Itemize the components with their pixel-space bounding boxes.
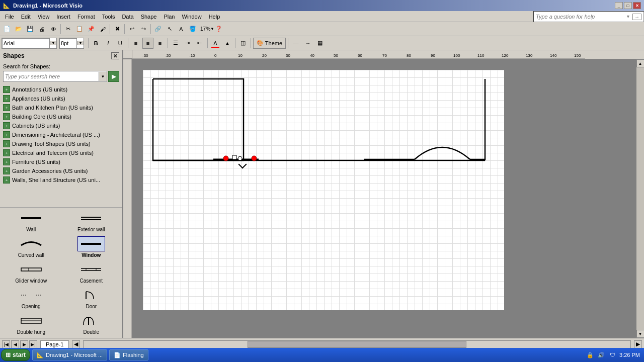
font-size-control[interactable]: ▼ <box>59 38 84 49</box>
font-size-dropdown-icon[interactable]: ▼ <box>77 41 84 45</box>
italic-btn[interactable]: I <box>103 38 114 49</box>
window-controls[interactable]: _ □ ✕ <box>615 2 641 9</box>
category-building-core[interactable]: + Building Core (US units) <box>2 112 120 121</box>
zoom-select[interactable]: 17% ▼ <box>202 24 213 35</box>
align-left-btn[interactable]: ≡ <box>130 38 141 49</box>
thumb-casement[interactable]: Casement <box>63 262 120 284</box>
menu-help[interactable]: Help <box>206 13 223 21</box>
font-color-btn[interactable]: A <box>210 38 221 49</box>
page-tab-1[interactable]: Page-1 <box>40 340 69 348</box>
scroll-up-btn[interactable]: ▲ <box>636 59 645 67</box>
shapes-close-btn[interactable]: ✕ <box>111 52 119 59</box>
scroll-down-btn[interactable]: ▼ <box>636 330 645 338</box>
thumb-double-hung[interactable]: Double hung <box>3 313 59 335</box>
thumb-double[interactable]: Double <box>63 313 120 335</box>
menu-window[interactable]: Window <box>179 13 205 21</box>
bullets-btn[interactable]: ☰ <box>170 38 181 49</box>
line-end-btn[interactable]: → <box>302 38 313 49</box>
menu-plan[interactable]: Plan <box>160 13 178 21</box>
page-first-btn[interactable]: |◀ <box>2 340 10 348</box>
fill-color-btn[interactable]: ▦ <box>314 38 326 49</box>
pointer-btn[interactable]: ↖ <box>164 24 175 35</box>
taskbar-flashing[interactable]: 📄 Flashing <box>109 349 148 360</box>
fill-btn[interactable]: 🪣 <box>187 24 198 35</box>
font-name-input[interactable] <box>2 38 50 48</box>
h-scrollbar[interactable] <box>83 340 631 348</box>
restore-btn[interactable]: □ <box>624 2 632 9</box>
menu-view[interactable]: View <box>35 13 53 21</box>
align-center-btn[interactable]: ≡ <box>142 38 153 49</box>
menu-shape[interactable]: Shape <box>138 13 160 21</box>
taskbar-visio[interactable]: 📐 Drawing1 - Microsoft ... <box>32 349 107 360</box>
menu-tools[interactable]: Tools <box>99 13 118 21</box>
bold-btn[interactable]: B <box>91 38 102 49</box>
cut-btn[interactable]: ✂ <box>62 24 73 35</box>
save-btn[interactable]: 💾 <box>25 24 36 35</box>
canvas-content[interactable] <box>132 59 636 338</box>
line-btn[interactable]: — <box>290 38 301 49</box>
delete-btn[interactable]: ✖ <box>112 24 123 35</box>
underline-btn[interactable]: U <box>115 38 126 49</box>
page-prev-btn[interactable]: ◀ <box>11 340 19 348</box>
category-annotations[interactable]: + Annotations (US units) <box>2 85 120 94</box>
connector-btn[interactable]: 🔗 <box>152 24 164 35</box>
scroll-left-btn[interactable]: ◀ <box>72 340 80 348</box>
category-appliances[interactable]: + Appliances (US units) <box>2 94 120 103</box>
help-search-box[interactable]: ▼ → <box>533 11 644 22</box>
help-search-btn[interactable]: → <box>632 14 641 20</box>
shadow-btn[interactable]: ◫ <box>237 38 249 49</box>
category-furniture[interactable]: + Furniture (US units) <box>2 157 120 166</box>
svg-text:100: 100 <box>453 53 460 58</box>
minimize-btn[interactable]: _ <box>615 2 623 9</box>
menu-edit[interactable]: Edit <box>18 13 34 21</box>
category-cabinets[interactable]: + Cabinets (US units) <box>2 121 120 130</box>
menu-file[interactable]: File <box>2 13 17 21</box>
category-bath[interactable]: + Bath and Kitchen Plan (US units) <box>2 103 120 112</box>
help-btn[interactable]: ❓ <box>213 24 224 35</box>
start-button[interactable]: ⊞ start <box>1 349 30 361</box>
category-dimensioning[interactable]: + Dimensioning - Architectural (US ...) <box>2 130 120 139</box>
theme-btn[interactable]: 🎨 Theme <box>253 38 286 49</box>
paste-btn[interactable]: 📌 <box>86 24 97 35</box>
redo-btn[interactable]: ↪ <box>138 24 149 35</box>
thumb-opening[interactable]: Opening <box>3 288 59 309</box>
thumb-window[interactable]: Window <box>63 236 120 258</box>
indent-btn[interactable]: ⇥ <box>182 38 193 49</box>
thumb-glider-window[interactable]: Glider window <box>3 262 59 284</box>
category-drawing-tools[interactable]: + Drawing Tool Shapes (US units) <box>2 139 120 148</box>
thumb-curved-wall[interactable]: Curved wall <box>3 236 59 258</box>
outdent-btn[interactable]: ⇤ <box>194 38 205 49</box>
scroll-right-btn[interactable]: ▶ <box>634 340 642 348</box>
text-btn[interactable]: A <box>176 24 187 35</box>
right-scrollbar[interactable]: ▲ ▼ <box>636 59 644 338</box>
preview-btn[interactable]: 👁 <box>48 24 59 35</box>
menu-format[interactable]: Format <box>74 13 98 21</box>
search-input-wrap[interactable]: ▼ <box>3 71 107 82</box>
undo-btn[interactable]: ↩ <box>126 24 137 35</box>
format-painter-btn[interactable]: 🖌 <box>97 24 108 35</box>
menu-insert[interactable]: Insert <box>53 13 73 21</box>
print-btn[interactable]: 🖨 <box>36 24 47 35</box>
new-btn[interactable]: 📄 <box>2 24 13 35</box>
page-next-btn[interactable]: ▶ <box>20 340 28 348</box>
align-right-btn[interactable]: ≡ <box>154 38 166 49</box>
close-btn[interactable]: ✕ <box>633 2 641 9</box>
menu-data[interactable]: Data <box>119 13 136 21</box>
open-btn[interactable]: 📂 <box>13 24 24 35</box>
category-electrical[interactable]: + Electrical and Telecom (US units) <box>2 148 120 157</box>
help-search-input[interactable] <box>536 14 624 20</box>
font-name-dropdown-icon[interactable]: ▼ <box>50 41 56 45</box>
category-walls[interactable]: + Walls, Shell and Structure (US uni... <box>2 175 120 185</box>
category-garden[interactable]: + Garden Accessories (US units) <box>2 166 120 175</box>
font-name-control[interactable]: ▼ <box>2 38 57 49</box>
thumb-door[interactable]: Door <box>63 288 120 309</box>
search-go-btn[interactable]: ▶ <box>108 71 119 82</box>
highlight-color-btn[interactable]: ▲ <box>222 38 233 49</box>
thumb-ext-wall[interactable]: Exterior wall <box>63 211 120 232</box>
page-last-btn[interactable]: ▶| <box>29 340 37 348</box>
search-input[interactable] <box>4 73 99 80</box>
thumb-wall[interactable]: Wall <box>3 211 59 232</box>
search-dropdown-btn[interactable]: ▼ <box>99 72 107 81</box>
copy-btn[interactable]: 📋 <box>74 24 85 35</box>
font-size-input[interactable] <box>59 38 77 48</box>
